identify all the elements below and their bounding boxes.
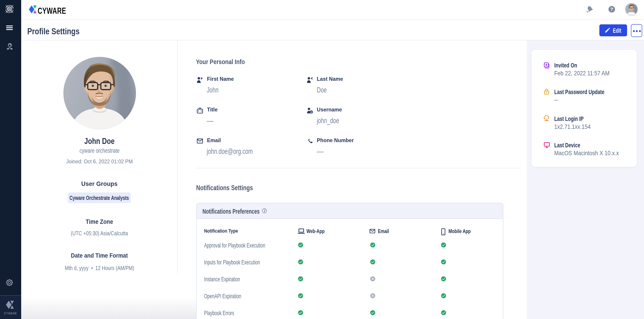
svg-text:@: @ [310,111,312,114]
svg-text:i: i [264,209,265,213]
svg-text:?: ? [610,7,613,12]
